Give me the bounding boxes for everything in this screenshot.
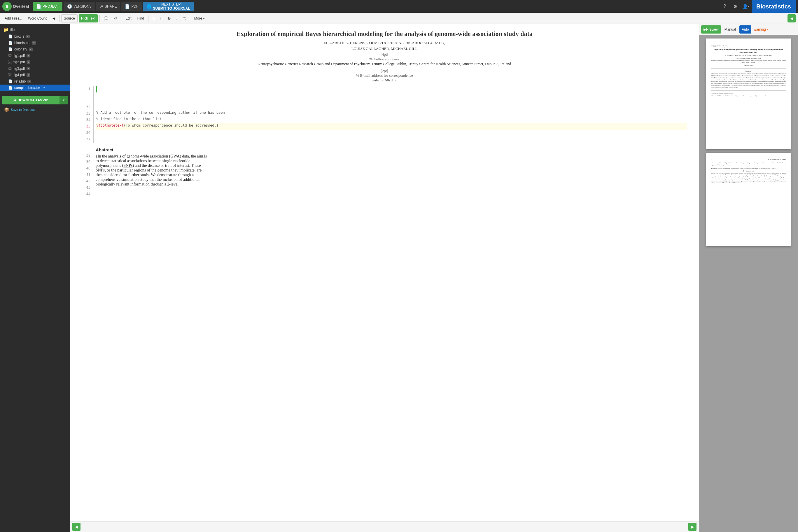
file-chevron-samplebibtex[interactable]: ▾ xyxy=(42,86,46,90)
file-icon-fig4: 🖼 xyxy=(8,73,12,77)
history-button[interactable]: ↺ xyxy=(112,14,119,22)
file-item-fig2-pdf[interactable]: 🖼 fig2.pdf ▾ xyxy=(0,59,70,65)
collapse-sidebar-button[interactable]: ◀ xyxy=(50,14,57,22)
file-icon-samplebibtex: 📄 xyxy=(8,86,13,90)
user-button[interactable]: 👤 ▾ xyxy=(741,2,750,11)
editor-rich-text: Exploration of empirical Bayes hierarchi… xyxy=(82,30,687,84)
file-item-fig3-pdf[interactable]: 🖼 fig3.pdf ▾ xyxy=(0,65,70,72)
preview-button[interactable]: ▶ Preview xyxy=(701,25,721,34)
preview-page2-num: 2 xyxy=(711,159,712,160)
line-num-1: 1 xyxy=(82,86,90,93)
file-chevron-fig2[interactable]: ▾ xyxy=(26,60,30,64)
file-item-bio-cls[interactable]: 📄 bio.cls ▾ xyxy=(0,33,70,40)
line-numbers: 1 32 33 34 35 36 37 xyxy=(82,86,93,142)
doc-placeholder-4pt: [4pt] xyxy=(82,52,687,57)
comment-button[interactable]: 💬 xyxy=(101,14,111,22)
versions-label: VERSIONS xyxy=(74,4,92,8)
find-button[interactable]: Find xyxy=(135,14,147,22)
dropbox-icon: 📦 xyxy=(4,107,9,112)
left-arrow-icon: ◀ xyxy=(790,16,793,21)
word-count-button[interactable]: Word Count xyxy=(26,14,49,22)
add-files-label: Add Files... xyxy=(5,16,22,20)
comment-icon: 💬 xyxy=(104,16,108,20)
sidebar: 📁 files 📄 bio.cls ▾ 📄 biorefs.bst ▾ 📄 co… xyxy=(0,24,70,532)
file-chevron-biorefs[interactable]: ▾ xyxy=(32,41,36,45)
user-icon: 👤 xyxy=(742,4,748,10)
abstract-line-42: then considered for further study. We de… xyxy=(96,173,687,177)
manual-button[interactable]: Manual xyxy=(722,25,738,34)
source-label: Source xyxy=(64,16,75,20)
preview-page2-authors: E. A. HERON AND OTHERS xyxy=(768,159,786,160)
file-item-samplebibtex[interactable]: 📄 samplebibtex.tex ▾ xyxy=(0,84,70,91)
file-name-biorefs: biorefs.bst xyxy=(14,41,30,45)
file-icon-fig1: 🖼 xyxy=(8,54,12,58)
code-line-35: \footnotetext{To whom correspondence sho… xyxy=(96,124,687,130)
preview-page1-email: eaheron@tcd.ie xyxy=(711,64,786,66)
pdf-button[interactable]: 📄 PDF xyxy=(121,2,142,11)
more-button[interactable]: More ▾ xyxy=(192,14,207,22)
line-num-38: 38 xyxy=(82,153,90,159)
doc-email: eaheron@tcd.ie xyxy=(82,78,687,82)
line-num-44: 44 xyxy=(82,191,90,197)
abstract-body: {In the analysis of genome-wide associat… xyxy=(96,154,687,187)
abstract-content: Abstract {In the analysis of genome-wide… xyxy=(93,144,687,197)
collapse-icon: ◀ xyxy=(53,16,55,20)
save-to-dropbox-button[interactable]: 📦 Save to Dropbox xyxy=(2,106,68,113)
preview-label: Preview xyxy=(706,27,719,32)
files-folder: 📁 files xyxy=(0,26,70,33)
file-chevron-refs[interactable]: ▾ xyxy=(27,80,31,83)
section-button-1[interactable]: § xyxy=(150,14,157,22)
file-item-fig4-pdf[interactable]: 🖼 fig4.pdf ▾ xyxy=(0,72,70,78)
file-icon-bio-cls: 📄 xyxy=(8,34,13,38)
rich-text-button[interactable]: Rich Text xyxy=(79,14,98,22)
file-chevron-fig4[interactable]: ▾ xyxy=(26,73,30,77)
math-button[interactable]: π xyxy=(181,14,188,22)
project-button[interactable]: 📄 PROJECT xyxy=(33,2,62,11)
bottom-prev-arrow-button[interactable]: ◀ xyxy=(72,522,80,531)
file-tree: 📁 files 📄 bio.cls ▾ 📄 biorefs.bst ▾ 📄 co… xyxy=(0,24,70,93)
file-name-samplebibtex: samplebibtex.tex xyxy=(14,86,40,90)
italic-button[interactable]: I xyxy=(174,14,180,22)
code-lines[interactable]: % Add a footnote for the corresponding a… xyxy=(93,86,687,142)
file-chevron-fig3[interactable]: ▾ xyxy=(26,67,30,70)
file-item-color-sty[interactable]: 📄 color.sty ▾ xyxy=(0,46,70,53)
versions-button[interactable]: 🕐 VERSIONS xyxy=(63,2,95,11)
settings-button[interactable]: ⚙ xyxy=(730,2,740,11)
auto-button[interactable]: Auto xyxy=(739,25,751,34)
add-files-button[interactable]: Add Files... xyxy=(2,14,24,22)
file-item-biorefs-bst[interactable]: 📄 biorefs.bst ▾ xyxy=(0,40,70,46)
preview-copyright: © The Author 2014. Published by Oxford U… xyxy=(711,95,786,97)
files-label: files xyxy=(10,28,16,32)
edit-label: Edit xyxy=(126,16,132,20)
second-toolbar: Add Files... Word Count ◀ Source Rich Te… xyxy=(0,13,798,24)
file-chevron-bio-cls[interactable]: ▾ xyxy=(26,35,30,38)
source-button[interactable]: Source xyxy=(61,14,78,22)
code-line-37 xyxy=(96,136,687,142)
preview-summary-title: Summary xyxy=(711,70,786,73)
bold-button[interactable]: B xyxy=(166,14,173,22)
preview-page2-intro: Genome-wide association studies (GWASs) … xyxy=(711,172,786,184)
preview-play-icon: ▶ xyxy=(703,27,706,32)
preview-content[interactable]: Biostatistics (2014), 0, 0, pp. 1–30 doi… xyxy=(699,35,798,532)
prev-arrow-button[interactable]: ◀ xyxy=(787,14,796,22)
editor-content[interactable]: Exploration of empirical Bayes hierarchi… xyxy=(70,24,699,521)
download-zip-button[interactable]: ⬇ DOWNLOAD AS ZIP ▾ xyxy=(2,96,68,104)
abstract-line-43: comprehensive simulation study that the … xyxy=(96,177,687,182)
app-name: Overleaf xyxy=(13,4,29,9)
file-item-fig1-pdf[interactable]: 🖼 fig1.pdf ▾ xyxy=(0,53,70,59)
preview-summary-text: In the analysis of genome-wide associati… xyxy=(711,73,786,89)
preview-separator-1 xyxy=(711,68,786,69)
abstract-line-numbers: 38 39 40 41 42 43 44 xyxy=(82,144,93,197)
file-item-refs-bib[interactable]: 📄 refs.bib ▾ xyxy=(0,78,70,84)
next-step-label: NEXT STEP: SUBMIT TO JOURNAL xyxy=(153,2,190,11)
folder-icon: 📁 xyxy=(3,27,8,32)
section-button-2[interactable]: § xyxy=(158,14,165,22)
next-step-button[interactable]: 🌐 NEXT STEP: SUBMIT TO JOURNAL xyxy=(143,2,193,11)
file-chevron-color-sty[interactable]: ▾ xyxy=(29,48,33,51)
help-button[interactable]: ? xyxy=(720,2,729,11)
share-button[interactable]: ↗ SHARE xyxy=(96,2,120,11)
toolbar-divider-4 xyxy=(148,15,149,22)
bottom-next-arrow-button[interactable]: ▶ xyxy=(688,522,697,531)
file-chevron-fig1[interactable]: ▾ xyxy=(26,54,30,57)
edit-button[interactable]: Edit xyxy=(123,14,134,22)
